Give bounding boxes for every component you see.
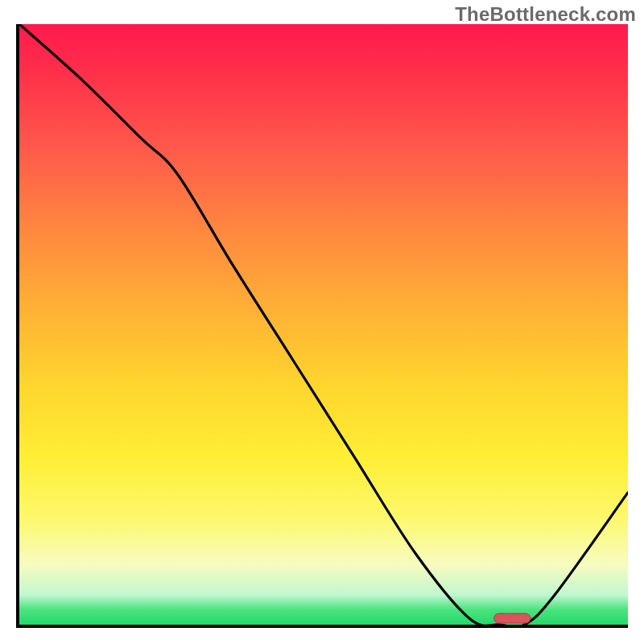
optimum-marker xyxy=(494,613,530,623)
watermark-text: TheBottleneck.com xyxy=(455,3,636,26)
bottleneck-curve-path xyxy=(19,24,628,625)
curve-layer xyxy=(19,24,628,625)
plot-area xyxy=(16,24,628,628)
bottleneck-chart: TheBottleneck.com xyxy=(0,0,644,644)
